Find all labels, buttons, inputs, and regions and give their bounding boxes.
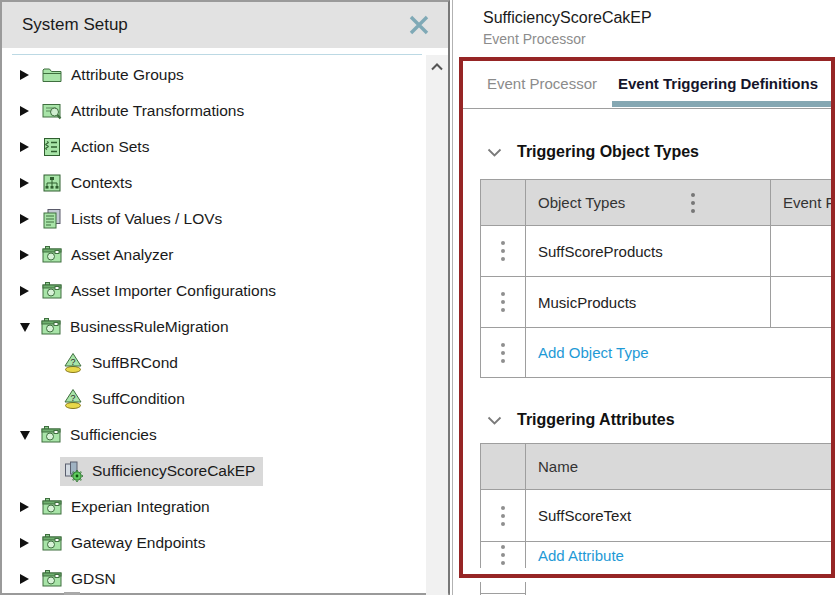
tree-item-label: Asset Importer Configurations: [71, 282, 276, 300]
tree-scrollbar[interactable]: [426, 55, 448, 595]
tree-item-suffbrcond[interactable]: ? SuffBRCond: [4, 345, 420, 381]
tab-event-triggering-definitions[interactable]: Event Triggering Definitions: [618, 75, 818, 92]
table-row[interactable]: SuffScoreProducts: [526, 226, 771, 277]
tree-item-sufficiencies[interactable]: Sufficiencies: [4, 417, 420, 453]
section-title: Triggering Attributes: [517, 411, 675, 429]
column-header-name[interactable]: Name: [526, 444, 835, 490]
expand-arrow-icon[interactable]: [20, 70, 29, 80]
header-handle-cell: [481, 444, 526, 490]
collapse-arrow-icon[interactable]: [20, 431, 30, 440]
tree-item-label: SuffCondition: [92, 390, 185, 408]
expand-arrow-icon[interactable]: [20, 178, 29, 188]
page-subtitle: Event Processor: [483, 31, 840, 47]
chevron-down-icon[interactable]: [487, 416, 502, 425]
folder-search-icon: [41, 100, 64, 123]
camera-icon: [40, 424, 63, 447]
section-triggering-attributes[interactable]: Triggering Attributes: [487, 411, 831, 429]
tree-item-gateway-endpoints[interactable]: Gateway Endpoints: [4, 525, 420, 561]
attribute-name-value[interactable]: SuffScoreText: [526, 502, 645, 529]
tree-item-action-sets[interactable]: Action Sets: [4, 129, 420, 165]
tree-item-asset-importer-configurations[interactable]: Asset Importer Configurations: [4, 273, 420, 309]
active-tab-underline: [612, 101, 831, 107]
tree-item-label: Contexts: [71, 174, 132, 192]
table-row[interactable]: MusicProducts: [526, 277, 771, 328]
tree-item-gdsn[interactable]: GDSN: [4, 561, 420, 595]
tree-item-contexts[interactable]: Contexts: [4, 165, 420, 201]
tree-item-lists-of-values[interactable]: Lists of Values / LOVs: [4, 201, 420, 237]
camera-icon: [41, 244, 64, 267]
tree-item-label: Sufficiencies: [70, 426, 157, 444]
expand-arrow-icon[interactable]: [20, 502, 29, 512]
expand-arrow-icon[interactable]: [20, 538, 29, 548]
folder-icon: [41, 64, 64, 87]
tab-bar-divider: [463, 108, 831, 109]
tree-item-businessrulemigration[interactable]: BusinessRuleMigration: [4, 309, 420, 345]
close-icon[interactable]: [404, 10, 434, 40]
expand-arrow-icon[interactable]: [20, 142, 29, 152]
system-setup-panel: System Setup Attribute Groups Attribute …: [0, 0, 450, 595]
selected-tree-item[interactable]: SufficiencyScoreCakEP: [60, 457, 263, 486]
row-handle-cell[interactable]: [481, 277, 526, 328]
row-handle-cell[interactable]: [481, 226, 526, 277]
scroll-up-icon[interactable]: [426, 55, 448, 71]
tree-item-label: BusinessRuleMigration: [70, 318, 229, 336]
tree-item-label: Attribute Transformations: [71, 102, 244, 120]
row-menu-icon[interactable]: [501, 341, 505, 365]
camera-icon: [41, 280, 64, 303]
collapse-arrow-icon[interactable]: [20, 323, 30, 332]
row-handle-cell[interactable]: [481, 328, 526, 378]
row-handle-cell[interactable]: [481, 490, 526, 542]
camera-icon: [41, 496, 64, 519]
add-attribute-link[interactable]: Add Attribute: [526, 542, 835, 568]
row-menu-icon[interactable]: [501, 290, 505, 314]
tree-item-label: GDSN: [71, 570, 116, 588]
tree-item-experian-integration[interactable]: Experian Integration: [4, 489, 420, 525]
expand-arrow-icon[interactable]: [20, 214, 29, 224]
header-handle-cell: [481, 180, 526, 226]
event-filter-cell[interactable]: [771, 277, 835, 328]
row-menu-icon[interactable]: [501, 504, 505, 528]
tree-item-asset-analyzer[interactable]: Asset Analyzer: [4, 237, 420, 273]
expand-arrow-icon[interactable]: [20, 106, 29, 116]
row-menu-icon[interactable]: [501, 239, 505, 263]
expand-arrow-icon[interactable]: [20, 250, 29, 260]
table-row[interactable]: SuffScoreText: [526, 490, 835, 542]
column-header-object-types[interactable]: Object Types: [526, 180, 771, 226]
org-chart-icon: [41, 172, 64, 195]
expand-arrow-icon[interactable]: [20, 574, 29, 584]
row-handle-cell[interactable]: [481, 542, 526, 568]
camera-icon: [41, 568, 64, 591]
tree-item-attribute-groups[interactable]: Attribute Groups: [4, 57, 420, 93]
add-object-type-link[interactable]: Add Object Type: [526, 328, 835, 378]
tree-item-attribute-transformations[interactable]: Attribute Transformations: [4, 93, 420, 129]
system-setup-tree: Attribute Groups Attribute Transformatio…: [4, 57, 420, 595]
tab-event-processor[interactable]: Event Processor: [487, 75, 597, 92]
rule-icon: ?: [62, 388, 85, 411]
tree-item-label: Lists of Values / LOVs: [71, 210, 222, 228]
page-title: SufficiencyScoreCakEP: [483, 9, 840, 27]
list-stack-icon: [41, 208, 64, 231]
expand-arrow-icon[interactable]: [20, 286, 29, 296]
panel-header: System Setup: [2, 2, 448, 48]
tree-item-suffcondition[interactable]: ? SuffCondition: [4, 381, 420, 417]
chevron-down-icon[interactable]: [487, 148, 502, 157]
tab-bar: Event Processor Event Triggering Definit…: [463, 61, 831, 109]
column-header-event-filter[interactable]: Event F: [771, 180, 835, 226]
tree-item-label: SuffBRCond: [92, 354, 178, 372]
header-divider: [12, 54, 422, 55]
checklist-icon: [41, 136, 64, 159]
camera-icon: [41, 532, 64, 555]
event-filter-cell[interactable]: [771, 226, 835, 277]
camera-icon: [40, 316, 63, 339]
panel-title: System Setup: [22, 15, 128, 35]
section-title: Triggering Object Types: [517, 143, 699, 161]
tree-item-label: Attribute Groups: [71, 66, 184, 84]
section-triggering-object-types[interactable]: Triggering Object Types: [487, 143, 831, 161]
event-processor-icon: [62, 460, 85, 483]
tree-item-sufficiencyscorecakep[interactable]: SufficiencyScoreCakEP: [4, 453, 420, 489]
attributes-table: Name SuffScoreText Add Attribute: [480, 443, 835, 568]
object-types-table: Object Types Event F SuffScoreProducts M…: [480, 179, 835, 378]
rule-icon: ?: [62, 352, 85, 375]
column-menu-icon[interactable]: [691, 191, 695, 215]
row-menu-icon[interactable]: [501, 543, 505, 567]
